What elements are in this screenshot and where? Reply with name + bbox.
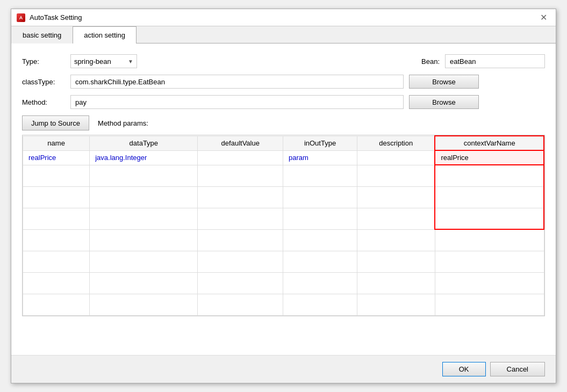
empty-row-5 [23,251,544,272]
dropdown-icon: ▼ [125,57,137,66]
table-header-row: name dataType defaultValue inOutType des… [23,136,544,150]
content-area: Type: spring-bean ▼ Bean: classType: Bro… [11,43,556,355]
col-header-contextvarname: contextVarName [435,136,544,150]
cancel-button[interactable]: Cancel [490,362,545,376]
cell-name: realPrice [23,150,90,165]
params-table-wrapper: name dataType defaultValue inOutType des… [22,135,545,316]
ok-button[interactable]: OK [442,362,486,376]
empty-row-6 [23,272,544,294]
empty-row-2 [23,186,544,208]
classtype-row: classType: Browse [22,75,545,89]
app-icon: A [17,13,25,22]
cell-inouttype: param [283,150,357,165]
tab-bar: basic setting action setting [11,26,556,43]
method-params-label: Method params: [98,119,148,127]
col-header-inouttype: inOutType [283,136,357,150]
col-header-name: name [23,136,90,150]
cell-defaultvalue [198,150,283,165]
empty-row-1 [23,165,544,186]
tab-action[interactable]: action setting [73,26,137,43]
method-browse-button[interactable]: Browse [409,95,479,109]
type-bean-row: Type: spring-bean ▼ Bean: [22,54,545,68]
cell-contextvarname: realPrice [435,150,544,165]
empty-row-4 [23,229,544,251]
method-label: Method: [22,98,65,106]
classtype-label: classType: [22,78,65,86]
col-header-defaultvalue: defaultValue [198,136,283,150]
col-header-datatype: dataType [90,136,198,150]
type-select-wrapper[interactable]: spring-bean ▼ [70,54,137,68]
table-row: realPrice java.lang.Integer param realPr… [23,150,544,165]
cell-datatype: java.lang.Integer [90,150,198,165]
method-input[interactable] [70,95,404,109]
cell-description [357,150,435,165]
jump-row: Jump to Source Method params: [22,115,545,130]
classtype-browse-button[interactable]: Browse [409,75,479,89]
title-bar-left: A AutoTask Setting [17,13,82,22]
title-bar: A AutoTask Setting ✕ [11,9,556,26]
bean-group: Bean: [421,54,545,68]
type-label: Type: [22,57,65,66]
params-table: name dataType defaultValue inOutType des… [23,135,544,316]
type-select[interactable]: spring-bean [71,55,125,68]
bean-input[interactable] [445,54,545,68]
classtype-input[interactable] [70,75,404,89]
jump-to-source-button[interactable]: Jump to Source [22,115,89,130]
dialog-footer: OK Cancel [11,355,556,383]
empty-row-3 [23,208,544,229]
empty-row-7 [23,294,544,315]
tab-basic[interactable]: basic setting [11,26,73,43]
dialog: A AutoTask Setting ✕ basic setting actio… [11,9,556,383]
bean-label: Bean: [421,57,440,66]
method-row: Method: Browse [22,95,545,109]
close-button[interactable]: ✕ [537,12,550,23]
window-title: AutoTask Setting [30,13,82,21]
col-header-description: description [357,136,435,150]
